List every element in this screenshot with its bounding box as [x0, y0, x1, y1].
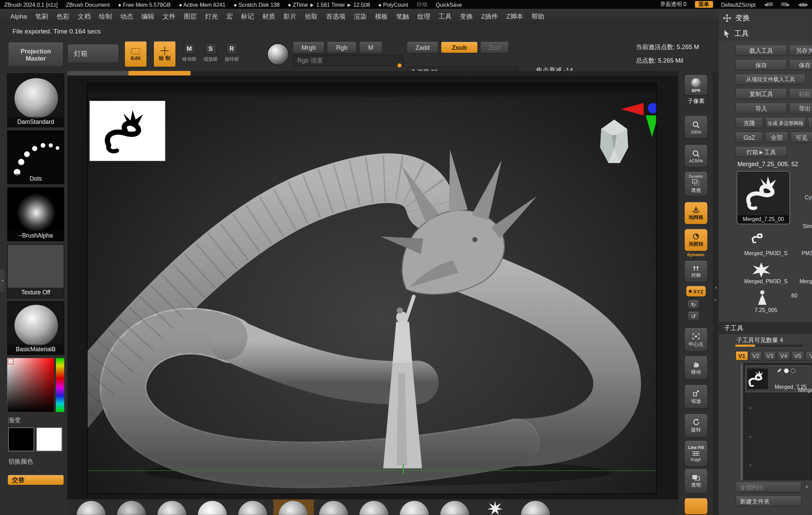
material-thumbnail[interactable] — [516, 499, 556, 515]
menu-material[interactable]: 材质 — [258, 12, 279, 21]
zsub-button[interactable]: Zsub — [441, 42, 478, 53]
local-transform-button[interactable]: 局部转 — [684, 229, 708, 251]
projection-master-button[interactable]: Projection Master — [8, 42, 64, 67]
menu-macro[interactable]: 宏 — [222, 12, 237, 21]
menu-render[interactable]: 渲染 — [349, 12, 371, 21]
menu-preferences[interactable]: 首选项 — [322, 12, 349, 21]
menu-transform[interactable]: 变换 — [456, 12, 477, 21]
menu-layer[interactable]: 图层 — [180, 12, 201, 21]
menu-alpha[interactable]: Alpha — [6, 13, 31, 20]
secondary-color-swatch[interactable] — [36, 427, 62, 451]
tool-palette-header[interactable]: 工具 — [719, 26, 812, 41]
tool-slot-thumbnail[interactable] — [753, 289, 772, 306]
scroll-up-icon[interactable]: ▲ — [805, 484, 809, 489]
menu-texture[interactable]: 纹理 — [413, 12, 434, 21]
subtool-header[interactable]: 子工具 — [719, 322, 812, 334]
copy-tool-button[interactable]: 复制工具 — [735, 89, 787, 99]
document-scrollbar[interactable] — [67, 71, 679, 76]
material-thumbnail[interactable] — [233, 499, 273, 515]
export-button[interactable]: 导出 — [789, 104, 812, 114]
scrollbar-thumb[interactable] — [128, 71, 191, 76]
transparent-button[interactable]: 透明 — [684, 469, 708, 494]
visible-button[interactable]: 可见 — [808, 118, 812, 129]
version-tab-v3[interactable]: V3 — [763, 351, 776, 361]
paint-icon[interactable] — [777, 368, 782, 373]
alternate-color-button[interactable]: 交替 — [7, 475, 64, 486]
menu-help[interactable]: 帮助 — [527, 12, 549, 21]
collapse-left-icon[interactable]: ◂ — [715, 285, 717, 289]
scale-view-button[interactable]: 缩放 — [684, 385, 708, 409]
panel-divider[interactable]: ◂ ▸ — [712, 72, 719, 515]
primary-color-swatch[interactable] — [8, 427, 34, 451]
tool-label-cut[interactable]: PM3D — [802, 250, 812, 256]
quicksave-button[interactable]: QuickSave — [435, 1, 462, 7]
m-button[interactable]: M — [359, 42, 383, 53]
zcut-button[interactable]: Zcut — [480, 42, 509, 53]
color-cursor[interactable] — [8, 359, 13, 364]
tool-slot-label[interactable]: Merged_PM3D_S — [738, 250, 794, 256]
nav-right-icon[interactable]: ‖‖‖‖▶ — [781, 2, 790, 7]
menu-edit[interactable]: 编辑 — [137, 12, 158, 21]
material-thumbnail[interactable] — [314, 499, 354, 515]
lightbox-button[interactable]: 灯箱 — [67, 45, 119, 63]
material-thumbnail[interactable] — [193, 499, 233, 515]
rotate-view-button[interactable]: 旋转 — [684, 414, 708, 438]
material-thumbnail[interactable] — [112, 499, 152, 515]
hue-strip[interactable] — [56, 358, 64, 412]
list-all-button[interactable]: 全部列出 — [735, 482, 802, 493]
version-tab-v1[interactable]: V1 — [735, 351, 748, 361]
menu-movie[interactable]: 影片 — [279, 12, 301, 21]
subtool-count-track[interactable] — [735, 345, 803, 347]
visibility-eye-icon[interactable] — [784, 368, 789, 373]
rgb-intensity-slider[interactable]: Rgb 强度 — [293, 55, 404, 66]
menu-picker[interactable]: 拾取 — [301, 12, 322, 21]
rgb-button[interactable]: Rgb — [327, 42, 357, 53]
visibility-eye-off-icon[interactable] — [791, 368, 795, 373]
paste-tool-button[interactable]: 粘贴 — [789, 89, 812, 99]
nav-doc-icon[interactable]: ◀▣▶ — [798, 2, 808, 7]
saturation-value-square[interactable] — [7, 358, 54, 412]
menu-brush[interactable]: 笔刷 — [31, 12, 52, 21]
switch-color-label[interactable]: 切换颜色 — [8, 457, 33, 466]
rotate-lock-button[interactable]: R 旋转锁 — [225, 43, 239, 63]
alpha-selector[interactable]: ~BrushAlpha — [7, 187, 64, 241]
left-collapse-handle[interactable]: ◂ — [0, 269, 5, 292]
goz-button[interactable]: GoZ — [735, 133, 764, 143]
zoom-actual-button[interactable]: 100% — [684, 116, 708, 139]
subpixel-label[interactable]: 子像素 — [679, 97, 712, 105]
menu-stroke[interactable]: 笔触 — [392, 12, 413, 21]
material-thumbnail[interactable] — [152, 499, 193, 515]
menu-toggle-button[interactable]: 菜单 — [695, 1, 713, 8]
material-selector[interactable]: BasicMaterialB — [7, 301, 64, 355]
scrollbar-track-segment[interactable] — [67, 71, 128, 76]
new-folder-button[interactable]: 新建文件夹 — [735, 496, 802, 507]
current-material-sphere[interactable] — [267, 43, 289, 65]
ui-opacity-slider[interactable]: 界面透明 0 — [660, 1, 686, 8]
tool-slot-thumbnail[interactable] — [751, 261, 773, 278]
menu-tool[interactable]: 工具 — [434, 12, 456, 21]
gradient-label[interactable]: 渐变 — [8, 416, 21, 425]
clone-button[interactable]: 克隆 — [735, 118, 764, 129]
xyz-symmetry-button[interactable]: XYZ — [686, 286, 706, 297]
color-picker[interactable] — [7, 358, 64, 413]
transform-palette-header[interactable]: 变换 — [719, 11, 812, 25]
bpr-render-button[interactable]: BPR — [684, 75, 708, 96]
tool-slot-thumbnail[interactable] — [751, 233, 773, 250]
material-thumbnail[interactable] — [475, 499, 516, 515]
tool-label-cut[interactable]: Merge — [799, 278, 812, 284]
lightbox-tool-button[interactable]: 灯箱►工具 — [735, 147, 787, 157]
subtool-scrollbar[interactable] — [741, 363, 743, 480]
version-tab-v5[interactable]: V5 — [791, 351, 804, 361]
goz-visible-button[interactable]: 可见 — [790, 133, 812, 143]
edit-mode-button[interactable]: Edit — [124, 41, 147, 67]
menu-light[interactable]: 灯光 — [201, 12, 222, 21]
menu-file[interactable]: 文件 — [158, 12, 180, 21]
active-tool-thumbnail[interactable]: Merged_7.25_00 — [738, 172, 789, 224]
material-thumbnail[interactable] — [71, 499, 112, 515]
menu-zplugin[interactable]: Z插件 — [477, 12, 502, 21]
center-point-button[interactable]: 中心点 — [684, 328, 708, 352]
save-button-2[interactable]: 保存 — [789, 60, 812, 70]
menu-stencil[interactable]: 模板 — [371, 12, 392, 21]
draw-mode-button[interactable]: 绘 制 — [153, 41, 176, 67]
tool-slot-label[interactable]: Merged_PM3D_S — [738, 278, 794, 284]
